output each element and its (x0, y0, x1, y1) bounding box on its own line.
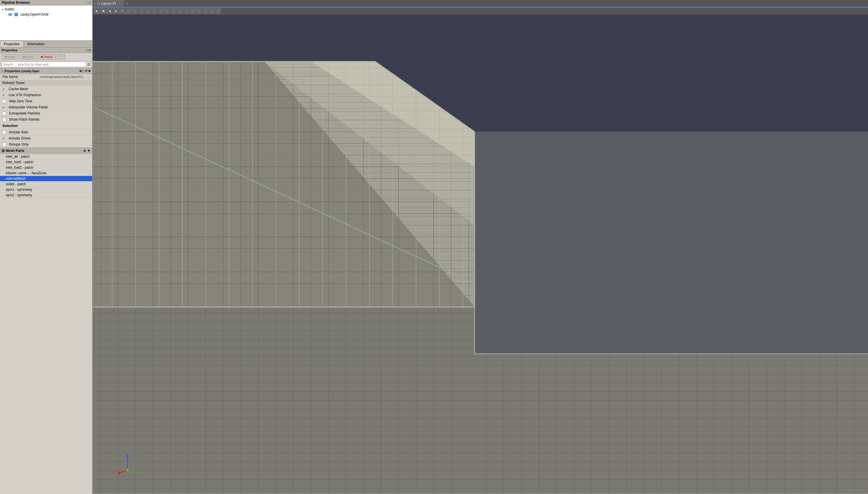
tab-information[interactable]: Information (23, 41, 49, 47)
mesh-parts-list: inlet_air - patch inlet_fuel1 - patch in… (0, 154, 92, 198)
mesh-item-outlet[interactable]: outlet - patch (0, 182, 92, 187)
interpolate-vol-row: ✓ Interpolate Volume Fields (0, 104, 92, 111)
section-title-text: Properties (cavity.Oper (5, 69, 39, 73)
vp-btn-11[interactable]: ⬚ (190, 8, 195, 14)
pipeline-minimize-btn[interactable]: □ (86, 1, 88, 4)
vp-btn-1[interactable]: ⬚ (126, 8, 132, 14)
skip-zero-checkbox[interactable] (2, 99, 6, 103)
z-axis-label: Z (129, 453, 131, 456)
include-sets-row: Include Sets (0, 129, 92, 135)
help-label: ? (60, 55, 62, 59)
tree-label-cavity: cavity.OpenFOAM (20, 13, 49, 17)
mesh-item-inlet-fuel1[interactable]: inlet_fuel1 - patch (0, 159, 92, 165)
mesh-parts-title-group: Mesh Parts (2, 149, 24, 153)
refresh-times-row[interactable]: Refresh Times (0, 80, 92, 86)
viewport-canvas[interactable]: Z Y X CSDN @jedi-knight (93, 15, 868, 494)
tree-expand-builtin[interactable]: ▸ (2, 8, 4, 11)
properties-close-btn[interactable]: × (89, 49, 91, 52)
svg-marker-196 (127, 454, 129, 457)
properties-content: − Properties (cavity.Oper ⧉ □ ↺ ⊕ File N… (0, 68, 92, 494)
vp-btn-14[interactable]: ⬚ (209, 8, 214, 14)
vp-btn-play[interactable]: ▶ (94, 8, 100, 14)
layout-tab-label: Layout #1 (101, 1, 116, 5)
search-gear-icon[interactable]: ⚙ (87, 62, 91, 66)
vp-btn-4[interactable]: ⬚ (145, 8, 151, 14)
mesh-item-interior-zone[interactable]: interior--zone-- - faceZone (0, 170, 92, 176)
layout-tab-1[interactable]: □ Layout #1 × (94, 0, 124, 7)
vp-btn-10[interactable]: ⬚ (183, 8, 189, 14)
vp-btn-3[interactable]: ⬚ (139, 8, 144, 14)
vp-btn-13[interactable]: ⬚ (202, 8, 208, 14)
mesh-item-sym1[interactable]: sym1 - symmetry (0, 187, 92, 192)
pipeline-close-btn[interactable]: × (89, 1, 91, 4)
cache-mesh-check: ✓ (2, 87, 7, 91)
apply-label: Apply (7, 55, 15, 59)
mesh-item-inlet-fuel2[interactable]: inlet_fuel2 - patch (0, 165, 92, 170)
section-settings-icon[interactable]: ⊕ (88, 69, 91, 73)
delete-dot (41, 56, 43, 58)
properties-title-controls: □ × (86, 49, 91, 52)
mesh-item-internal-mesh[interactable]: internalMesh (0, 176, 92, 182)
left-panel: Pipeline Browser □ × ▸ builtin: cavity.O… (0, 0, 93, 494)
use-vtk-label: Use VTK Polyhedron (9, 93, 41, 97)
properties-action-bar: Apply Reset Delete ? (0, 53, 92, 61)
mesh-parts-controls: ⊕ ▼ (83, 149, 91, 153)
watermark: CSDN @jedi-knight (839, 489, 865, 492)
mesh-item-inlet-air[interactable]: inlet_air - patch (0, 154, 92, 159)
show-patch-checkbox[interactable] (2, 118, 6, 121)
file-name-browse-btn[interactable]: ... (87, 75, 90, 79)
section-refresh-icon[interactable]: ↺ (85, 69, 87, 73)
vp-btn-8[interactable]: ⬚ (171, 8, 176, 14)
section-collapse-arrow[interactable]: − (2, 70, 3, 73)
properties-title-text: Properties (2, 49, 17, 52)
vp-btn-9[interactable]: ⬚ (177, 8, 182, 14)
layout-add-tab[interactable]: + (124, 0, 131, 7)
tree-item-cavity[interactable]: cavity.OpenFOAM (0, 12, 92, 17)
file-name-label: File Name (2, 75, 40, 79)
properties-tabs: Properties Information (0, 41, 92, 48)
axes-widget: Z Y X (116, 453, 139, 477)
include-sets-checkbox[interactable] (2, 131, 6, 134)
mesh-parts-header: Mesh Parts ⊕ ▼ (0, 148, 92, 154)
vp-btn-5[interactable]: ⬚ (151, 8, 157, 14)
use-vtk-row: ✓ Use VTK Polyhedron (0, 92, 92, 98)
search-input[interactable] (2, 62, 86, 67)
delete-button[interactable]: Delete (38, 54, 56, 59)
tree-item-builtin[interactable]: ▸ builtin: (0, 7, 92, 12)
interpolate-label: Interpolate Volume Fields (9, 105, 48, 109)
properties-minimize-btn[interactable]: □ (86, 49, 88, 52)
groups-only-checkbox[interactable] (2, 142, 6, 147)
tab-properties[interactable]: Properties (0, 41, 23, 47)
properties-panel: Properties Information Properties □ × Ap… (0, 41, 92, 494)
groups-only-row: Groups Only (0, 141, 92, 148)
refresh-times-label: Refresh Times (2, 81, 90, 85)
help-button[interactable]: ? (57, 54, 65, 59)
reset-button[interactable]: Reset (20, 54, 37, 59)
mesh-parts-scroll-icon[interactable]: ▼ (87, 149, 91, 153)
use-vtk-check: ✓ (2, 93, 7, 97)
vp-btn-12[interactable]: ⬚ (196, 8, 202, 14)
delete-label: Delete (43, 55, 53, 59)
file-name-value: meshing/cavity/cavity.OpenFOAM (40, 75, 86, 79)
vp-btn-7[interactable]: ⬚ (164, 8, 170, 14)
eye-icon[interactable] (8, 13, 12, 16)
vp-btn-stop[interactable]: ⏹ (100, 8, 106, 14)
vp-btn-15[interactable]: ⬚ (215, 8, 221, 14)
section-save-icon[interactable]: □ (82, 69, 84, 73)
vp-btn-next[interactable]: ▶ (113, 8, 119, 14)
mesh-parts-icon (2, 149, 5, 152)
layout-tab-close[interactable]: × (118, 2, 120, 5)
vp-btn-2[interactable]: ⬚ (132, 8, 138, 14)
vp-btn-6[interactable]: ⬚ (158, 8, 163, 14)
mesh-parts-expand-icon[interactable]: ⊕ (83, 149, 86, 153)
vp-btn-reset[interactable]: ↺ (119, 8, 125, 14)
section-copy-icon[interactable]: ⧉ (79, 69, 81, 73)
vp-btn-prev[interactable]: ◀ (107, 8, 113, 14)
show-patch-label: Show Patch Names (9, 117, 39, 121)
mesh-item-sym2[interactable]: sym2 - symmetry (0, 192, 92, 198)
include-zones-row: ✓ Include Zones (0, 135, 92, 141)
viewport-toolbar: ▶ ⏹ ◀ ▶ ↺ ⬚ ⬚ ⬚ ⬚ ⬚ ⬚ ⬚ ⬚ ⬚ ⬚ ⬚ ⬚ ⬚ ⬚ ⬚ (93, 7, 868, 15)
apply-button[interactable]: Apply (2, 54, 19, 59)
include-zones-label: Include Zones (9, 136, 31, 140)
extrapolate-checkbox[interactable] (2, 112, 6, 115)
